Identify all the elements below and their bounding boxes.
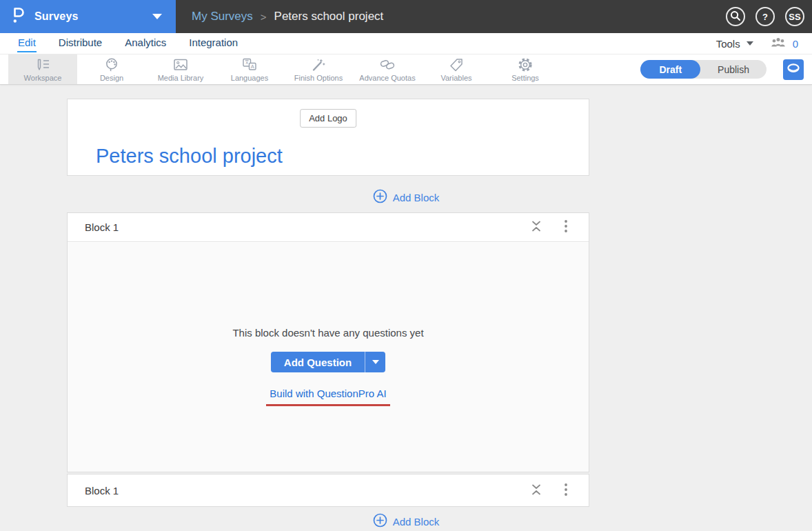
block-empty-message: This block doesn't have any questions ye…: [232, 327, 423, 339]
product-switcher[interactable]: Surveys: [0, 0, 176, 33]
collapse-icon: [530, 483, 542, 498]
topbar: Surveys My Surveys > Peters school proje…: [0, 0, 812, 33]
add-block-label: Add Block: [393, 516, 440, 528]
collapse-block-button[interactable]: [529, 482, 544, 499]
collaborators-icon: [770, 36, 786, 51]
toolbar-item-workspace[interactable]: Workspace: [8, 54, 77, 84]
toolbar-item-label: Media Library: [158, 74, 204, 82]
block-menu-button[interactable]: [562, 218, 569, 237]
block-name[interactable]: Block 1: [85, 221, 119, 233]
variables-icon: [448, 57, 465, 72]
tab-edit[interactable]: Edit: [17, 34, 37, 52]
block-footer-bar: Block 1: [67, 474, 589, 507]
section-tabbar: Edit Distribute Analytics Integration To…: [0, 33, 812, 54]
block-body: This block doesn't have any questions ye…: [68, 243, 589, 472]
toolbar-item-label: Finish Options: [294, 74, 343, 82]
block-header: Block 1: [68, 213, 589, 242]
settings-icon: [517, 57, 534, 72]
tab-integration[interactable]: Integration: [188, 34, 238, 52]
toolbar-item-design[interactable]: Design: [77, 54, 146, 84]
add-block-bottom-button[interactable]: Add Block: [0, 513, 812, 530]
kebab-menu-icon: [564, 219, 568, 235]
add-logo-button[interactable]: Add Logo: [300, 109, 356, 128]
chevron-down-icon: [372, 360, 379, 364]
add-question-dropdown-button[interactable]: [365, 352, 385, 372]
collapse-icon: [530, 220, 542, 234]
finish-options-icon: [310, 57, 327, 72]
design-icon: [103, 57, 120, 72]
section-tabs: Edit Distribute Analytics Integration: [17, 34, 238, 52]
product-label: Surveys: [34, 10, 143, 23]
tab-analytics[interactable]: Analytics: [124, 34, 167, 52]
breadcrumb: My Surveys > Peters school project: [176, 10, 726, 23]
collaborators-button[interactable]: 0: [770, 36, 798, 51]
block-header-actions: [529, 218, 569, 237]
languages-icon: x A: [241, 57, 258, 72]
toolbar-item-label: Advance Quotas: [359, 74, 415, 82]
toolbar-item-variables[interactable]: Variables: [422, 54, 491, 84]
block-name[interactable]: Block 1: [85, 485, 119, 497]
search-button[interactable]: [726, 7, 745, 26]
editor-toolbar: Workspace Design: [0, 54, 812, 85]
plus-circle-icon: [373, 189, 387, 206]
workspace-icon: [34, 57, 51, 72]
block-card: Block 1: [67, 212, 589, 472]
block-footer-actions: [529, 481, 569, 500]
search-icon: [730, 10, 741, 23]
advance-quotas-icon: [378, 57, 396, 72]
avatar[interactable]: SS: [785, 7, 804, 26]
toolbar-item-media-library[interactable]: Media Library: [146, 54, 215, 84]
toolbar-item-advance-quotas[interactable]: Advance Quotas: [353, 54, 422, 84]
toolbar-item-label: Variables: [440, 74, 471, 82]
eye-icon: [786, 63, 800, 77]
chevron-down-icon: [747, 41, 753, 46]
collapse-block-button[interactable]: [529, 219, 544, 236]
toolbar-right: Draft Publish: [640, 54, 812, 84]
draft-publish-toggle: Draft Publish: [640, 60, 767, 79]
toolbar-item-languages[interactable]: x A Languages: [215, 54, 284, 84]
questionpro-app: Surveys My Surveys > Peters school proje…: [0, 0, 812, 531]
kebab-menu-icon: [564, 483, 568, 499]
tabbar-right: Tools 0: [716, 36, 798, 51]
tools-label: Tools: [716, 38, 740, 50]
tools-dropdown[interactable]: Tools: [716, 38, 753, 50]
survey-title[interactable]: Peters school project: [96, 145, 283, 168]
add-block-label: Add Block: [393, 192, 440, 203]
tab-distribute[interactable]: Distribute: [58, 34, 103, 52]
toolbar-item-label: Settings: [511, 74, 539, 82]
breadcrumb-my-surveys[interactable]: My Surveys: [192, 10, 253, 23]
media-library-icon: [172, 57, 190, 72]
chevron-down-icon: [152, 14, 162, 19]
publish-button[interactable]: Publish: [700, 60, 767, 79]
svg-text:A: A: [251, 63, 254, 69]
toolbar-item-settings[interactable]: Settings: [491, 54, 560, 84]
breadcrumb-separator: >: [261, 11, 267, 23]
build-with-ai-link[interactable]: Build with QuestionPro AI: [266, 388, 389, 406]
toolbar-item-label: Languages: [231, 74, 268, 82]
preview-button[interactable]: [783, 59, 804, 80]
draft-button[interactable]: Draft: [640, 60, 700, 79]
block-menu-button[interactable]: [562, 481, 569, 500]
plus-circle-icon: [373, 513, 387, 530]
help-button[interactable]: ?: [755, 7, 775, 26]
toolbar-item-label: Design: [100, 74, 123, 82]
add-question-button[interactable]: Add Question: [271, 352, 365, 372]
survey-header-card: Add Logo Peters school project: [67, 99, 589, 176]
topbar-actions: ? SS: [726, 7, 812, 26]
questionpro-logo-icon: [10, 6, 26, 28]
toolbar-item-finish-options[interactable]: Finish Options: [284, 54, 353, 84]
add-question-split-button: Add Question: [271, 352, 385, 372]
breadcrumb-current-survey: Peters school project: [274, 10, 384, 23]
toolbar-item-label: Workspace: [24, 74, 62, 82]
collaborators-count: 0: [793, 38, 798, 50]
add-block-top-button[interactable]: Add Block: [0, 189, 812, 206]
